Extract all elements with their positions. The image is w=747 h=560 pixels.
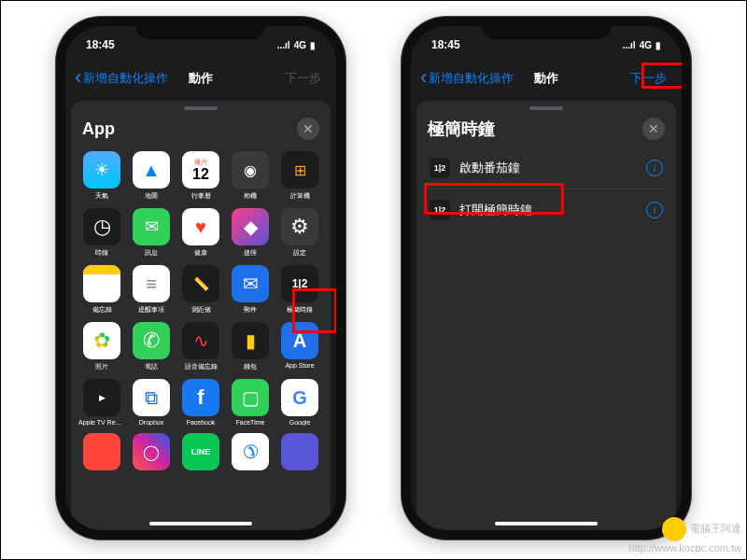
nav-bar: 新增自動化操作 動作 下一步 (65, 60, 336, 97)
sheet-grabber[interactable] (184, 106, 218, 110)
close-icon[interactable]: ✕ (642, 118, 665, 140)
app-grid[interactable]: 天氣地圖週六12行事曆相機計算機時鐘訊息健康捷徑設定備忘錄提醒事項測距儀郵件1|… (71, 147, 331, 530)
app-maps[interactable]: 地圖 (130, 151, 173, 201)
app-line[interactable]: LINE (179, 433, 222, 473)
measure-icon (182, 265, 219, 302)
home-indicator[interactable] (149, 522, 252, 525)
flipclock-icon: 1|2 (430, 158, 450, 178)
fb-icon (182, 379, 219, 416)
astore-icon (281, 322, 318, 359)
app-label: Apple TV Remote (78, 419, 125, 426)
app-label: 行事曆 (177, 191, 224, 201)
back-button[interactable]: 新增自動化操作 (420, 70, 514, 87)
app-cal[interactable]: 週六12行事曆 (179, 151, 222, 201)
back-button[interactable]: 新增自動化操作 (75, 70, 168, 87)
photos-icon (83, 322, 120, 359)
app-label: Dropbox (128, 419, 175, 426)
app-label: FaceTime (227, 419, 274, 426)
app-fb[interactable]: Facebook (179, 379, 222, 426)
app-label: 郵件 (227, 305, 274, 315)
app-measure[interactable]: 測距儀 (179, 265, 222, 315)
app-gen2[interactable] (278, 433, 321, 473)
atv-icon: ▶ (83, 379, 120, 416)
app-weather[interactable]: 天氣 (80, 151, 123, 201)
app-voice[interactable]: 語音備忘錄 (179, 322, 222, 371)
app-sc[interactable]: 捷徑 (229, 208, 272, 258)
ig-icon (133, 433, 170, 470)
info-icon[interactable]: i (646, 202, 663, 218)
app-label: Google (276, 419, 323, 426)
app-label: 捷徑 (227, 248, 274, 258)
app-photos[interactable]: 照片 (80, 322, 123, 371)
app-rem[interactable]: 提醒事項 (130, 265, 173, 315)
nav-title: 動作 (534, 70, 558, 87)
app-notes[interactable]: 備忘錄 (80, 265, 123, 315)
health-icon (182, 208, 219, 245)
app-label: 設定 (276, 248, 323, 258)
list-item[interactable]: 1|2啟動番茄鐘i (428, 147, 665, 189)
app-label: 錢包 (227, 362, 274, 371)
home-indicator[interactable] (495, 522, 598, 525)
app-label: 照片 (78, 362, 125, 371)
voice-icon (182, 322, 219, 359)
phoneic-icon (133, 322, 170, 359)
app-picker-sheet: App ✕ 天氣地圖週六12行事曆相機計算機時鐘訊息健康捷徑設定備忘錄提醒事項測… (71, 101, 331, 530)
app-ft[interactable]: FaceTime (229, 379, 272, 426)
settings-icon (281, 208, 318, 245)
list-item-label: 打開極簡時鐘 (459, 202, 637, 218)
app-label: 健康 (177, 248, 224, 258)
next-button[interactable]: 下一步 (279, 67, 327, 90)
watermark: 電腦王阿達 http://www.kocpc.com.tw (629, 517, 741, 554)
msg-icon (133, 208, 170, 245)
action-sheet: 極簡時鐘 ✕ 1|2啟動番茄鐘i1|2打開極簡時鐘i (416, 101, 676, 530)
flipclock-icon: 1|2 (430, 200, 450, 220)
app-dbx[interactable]: Dropbox (130, 379, 173, 426)
app-atv[interactable]: ▶Apple TV Remote (80, 379, 123, 426)
app-clock[interactable]: 時鐘 (80, 208, 123, 258)
app-label: 天氣 (78, 191, 125, 201)
app-ig[interactable] (130, 433, 173, 473)
dbx-icon (133, 379, 170, 416)
info-icon[interactable]: i (646, 160, 663, 176)
sheet-grabber[interactable] (529, 106, 563, 110)
app-mail[interactable]: 郵件 (229, 265, 272, 315)
app-wallet[interactable]: 錢包 (229, 322, 272, 371)
goog-icon (281, 379, 318, 416)
app-msg[interactable]: 訊息 (130, 208, 173, 258)
app-label: 備忘錄 (78, 305, 125, 315)
app-goog[interactable]: Google (278, 379, 321, 426)
wallet-icon (232, 322, 269, 359)
status-time: 18:45 (431, 38, 460, 51)
app-calc[interactable]: 計算機 (278, 151, 321, 201)
nav-bar: 新增自動化操作 動作 下一步 (411, 60, 682, 97)
app-camera[interactable]: 相機 (229, 151, 272, 201)
app-label: 電話 (128, 362, 175, 371)
app-label: 訊息 (128, 248, 175, 258)
app-phoneic[interactable]: 電話 (130, 322, 173, 371)
app-label: Facebook (177, 419, 224, 426)
mail-icon (232, 265, 269, 302)
mess-icon (232, 433, 269, 470)
app-label: 時鐘 (78, 248, 125, 258)
app-flip[interactable]: 1|2極簡時鐘 (278, 265, 321, 315)
notch (135, 17, 266, 39)
list-item[interactable]: 1|2打開極簡時鐘i (428, 189, 665, 231)
sheet-title: 極簡時鐘 (428, 118, 495, 140)
flip-icon: 1|2 (281, 265, 318, 302)
close-icon[interactable]: ✕ (297, 118, 319, 140)
app-health[interactable]: 健康 (179, 208, 222, 258)
app-gen1[interactable] (80, 433, 123, 473)
phone-right: 18:45 ...ıl 4G ▮ 新增自動化操作 動作 下一步 極簡時鐘 ✕ 1… (402, 17, 691, 539)
cal-icon: 週六12 (182, 151, 219, 189)
next-button[interactable]: 下一步 (625, 67, 672, 90)
clock-icon (83, 208, 120, 245)
weather-icon (83, 151, 120, 189)
app-label: 極簡時鐘 (276, 305, 323, 315)
watermark-logo-icon (662, 517, 686, 541)
app-label: 相機 (227, 191, 274, 201)
app-label: 測距儀 (177, 305, 224, 315)
notch (481, 17, 612, 39)
app-astore[interactable]: App Store (278, 322, 321, 371)
app-settings[interactable]: 設定 (278, 208, 321, 258)
app-mess[interactable] (229, 433, 272, 473)
